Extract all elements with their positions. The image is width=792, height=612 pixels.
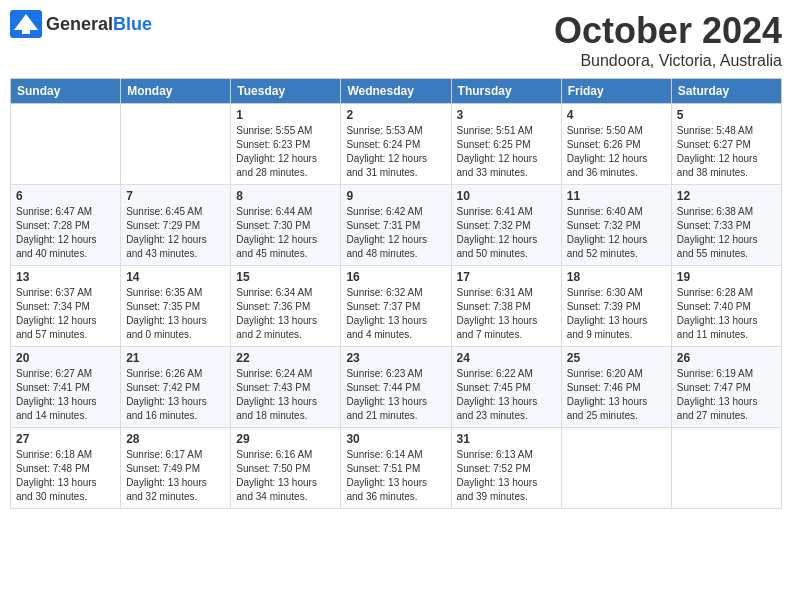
col-sunday: Sunday <box>11 79 121 104</box>
day-number: 31 <box>457 432 556 446</box>
cell-content: Sunrise: 6:34 AM Sunset: 7:36 PM Dayligh… <box>236 286 335 342</box>
svg-rect-2 <box>22 26 30 34</box>
calendar-cell: 9Sunrise: 6:42 AM Sunset: 7:31 PM Daylig… <box>341 185 451 266</box>
calendar-body: 1Sunrise: 5:55 AM Sunset: 6:23 PM Daylig… <box>11 104 782 509</box>
page-header: GeneralBlue October 2024 Bundoora, Victo… <box>10 10 782 70</box>
title-block: October 2024 Bundoora, Victoria, Austral… <box>554 10 782 70</box>
day-number: 6 <box>16 189 115 203</box>
cell-content: Sunrise: 6:42 AM Sunset: 7:31 PM Dayligh… <box>346 205 445 261</box>
cell-content: Sunrise: 6:31 AM Sunset: 7:38 PM Dayligh… <box>457 286 556 342</box>
calendar-cell: 7Sunrise: 6:45 AM Sunset: 7:29 PM Daylig… <box>121 185 231 266</box>
calendar-cell: 10Sunrise: 6:41 AM Sunset: 7:32 PM Dayli… <box>451 185 561 266</box>
col-saturday: Saturday <box>671 79 781 104</box>
cell-content: Sunrise: 5:53 AM Sunset: 6:24 PM Dayligh… <box>346 124 445 180</box>
cell-content: Sunrise: 6:38 AM Sunset: 7:33 PM Dayligh… <box>677 205 776 261</box>
calendar-cell: 30Sunrise: 6:14 AM Sunset: 7:51 PM Dayli… <box>341 428 451 509</box>
day-number: 28 <box>126 432 225 446</box>
day-number: 26 <box>677 351 776 365</box>
calendar-cell: 21Sunrise: 6:26 AM Sunset: 7:42 PM Dayli… <box>121 347 231 428</box>
calendar-cell <box>561 428 671 509</box>
logo-blue: Blue <box>113 14 152 34</box>
col-thursday: Thursday <box>451 79 561 104</box>
calendar-cell: 3Sunrise: 5:51 AM Sunset: 6:25 PM Daylig… <box>451 104 561 185</box>
day-number: 9 <box>346 189 445 203</box>
calendar-cell: 22Sunrise: 6:24 AM Sunset: 7:43 PM Dayli… <box>231 347 341 428</box>
day-number: 10 <box>457 189 556 203</box>
cell-content: Sunrise: 6:26 AM Sunset: 7:42 PM Dayligh… <box>126 367 225 423</box>
day-number: 11 <box>567 189 666 203</box>
calendar-cell: 12Sunrise: 6:38 AM Sunset: 7:33 PM Dayli… <box>671 185 781 266</box>
calendar-cell: 27Sunrise: 6:18 AM Sunset: 7:48 PM Dayli… <box>11 428 121 509</box>
day-number: 18 <box>567 270 666 284</box>
calendar-cell: 4Sunrise: 5:50 AM Sunset: 6:26 PM Daylig… <box>561 104 671 185</box>
calendar-cell <box>11 104 121 185</box>
cell-content: Sunrise: 5:50 AM Sunset: 6:26 PM Dayligh… <box>567 124 666 180</box>
calendar-cell: 6Sunrise: 6:47 AM Sunset: 7:28 PM Daylig… <box>11 185 121 266</box>
calendar-week-1: 1Sunrise: 5:55 AM Sunset: 6:23 PM Daylig… <box>11 104 782 185</box>
day-number: 15 <box>236 270 335 284</box>
day-number: 17 <box>457 270 556 284</box>
cell-content: Sunrise: 6:40 AM Sunset: 7:32 PM Dayligh… <box>567 205 666 261</box>
cell-content: Sunrise: 6:47 AM Sunset: 7:28 PM Dayligh… <box>16 205 115 261</box>
day-number: 12 <box>677 189 776 203</box>
day-number: 5 <box>677 108 776 122</box>
calendar-week-4: 20Sunrise: 6:27 AM Sunset: 7:41 PM Dayli… <box>11 347 782 428</box>
calendar-cell <box>121 104 231 185</box>
cell-content: Sunrise: 6:20 AM Sunset: 7:46 PM Dayligh… <box>567 367 666 423</box>
cell-content: Sunrise: 6:44 AM Sunset: 7:30 PM Dayligh… <box>236 205 335 261</box>
cell-content: Sunrise: 6:22 AM Sunset: 7:45 PM Dayligh… <box>457 367 556 423</box>
calendar-cell: 15Sunrise: 6:34 AM Sunset: 7:36 PM Dayli… <box>231 266 341 347</box>
calendar-cell: 29Sunrise: 6:16 AM Sunset: 7:50 PM Dayli… <box>231 428 341 509</box>
day-number: 21 <box>126 351 225 365</box>
day-number: 24 <box>457 351 556 365</box>
calendar-cell: 25Sunrise: 6:20 AM Sunset: 7:46 PM Dayli… <box>561 347 671 428</box>
col-friday: Friday <box>561 79 671 104</box>
calendar-week-2: 6Sunrise: 6:47 AM Sunset: 7:28 PM Daylig… <box>11 185 782 266</box>
cell-content: Sunrise: 6:37 AM Sunset: 7:34 PM Dayligh… <box>16 286 115 342</box>
calendar-cell: 14Sunrise: 6:35 AM Sunset: 7:35 PM Dayli… <box>121 266 231 347</box>
cell-content: Sunrise: 6:45 AM Sunset: 7:29 PM Dayligh… <box>126 205 225 261</box>
header-row: Sunday Monday Tuesday Wednesday Thursday… <box>11 79 782 104</box>
calendar-cell: 28Sunrise: 6:17 AM Sunset: 7:49 PM Dayli… <box>121 428 231 509</box>
day-number: 13 <box>16 270 115 284</box>
calendar-cell: 16Sunrise: 6:32 AM Sunset: 7:37 PM Dayli… <box>341 266 451 347</box>
day-number: 20 <box>16 351 115 365</box>
calendar-cell: 26Sunrise: 6:19 AM Sunset: 7:47 PM Dayli… <box>671 347 781 428</box>
col-wednesday: Wednesday <box>341 79 451 104</box>
logo: GeneralBlue <box>10 10 152 38</box>
calendar-cell: 31Sunrise: 6:13 AM Sunset: 7:52 PM Dayli… <box>451 428 561 509</box>
calendar-cell: 24Sunrise: 6:22 AM Sunset: 7:45 PM Dayli… <box>451 347 561 428</box>
calendar-cell: 2Sunrise: 5:53 AM Sunset: 6:24 PM Daylig… <box>341 104 451 185</box>
col-tuesday: Tuesday <box>231 79 341 104</box>
day-number: 7 <box>126 189 225 203</box>
location-title: Bundoora, Victoria, Australia <box>554 52 782 70</box>
day-number: 29 <box>236 432 335 446</box>
day-number: 14 <box>126 270 225 284</box>
calendar-cell: 11Sunrise: 6:40 AM Sunset: 7:32 PM Dayli… <box>561 185 671 266</box>
calendar-cell: 18Sunrise: 6:30 AM Sunset: 7:39 PM Dayli… <box>561 266 671 347</box>
day-number: 16 <box>346 270 445 284</box>
day-number: 8 <box>236 189 335 203</box>
calendar-cell: 17Sunrise: 6:31 AM Sunset: 7:38 PM Dayli… <box>451 266 561 347</box>
calendar-cell: 23Sunrise: 6:23 AM Sunset: 7:44 PM Dayli… <box>341 347 451 428</box>
logo-icon <box>10 10 42 38</box>
cell-content: Sunrise: 6:27 AM Sunset: 7:41 PM Dayligh… <box>16 367 115 423</box>
cell-content: Sunrise: 6:19 AM Sunset: 7:47 PM Dayligh… <box>677 367 776 423</box>
cell-content: Sunrise: 6:24 AM Sunset: 7:43 PM Dayligh… <box>236 367 335 423</box>
cell-content: Sunrise: 6:23 AM Sunset: 7:44 PM Dayligh… <box>346 367 445 423</box>
cell-content: Sunrise: 6:14 AM Sunset: 7:51 PM Dayligh… <box>346 448 445 504</box>
col-monday: Monday <box>121 79 231 104</box>
logo-text: GeneralBlue <box>46 14 152 35</box>
cell-content: Sunrise: 6:41 AM Sunset: 7:32 PM Dayligh… <box>457 205 556 261</box>
day-number: 25 <box>567 351 666 365</box>
calendar-week-5: 27Sunrise: 6:18 AM Sunset: 7:48 PM Dayli… <box>11 428 782 509</box>
cell-content: Sunrise: 6:18 AM Sunset: 7:48 PM Dayligh… <box>16 448 115 504</box>
day-number: 27 <box>16 432 115 446</box>
cell-content: Sunrise: 5:55 AM Sunset: 6:23 PM Dayligh… <box>236 124 335 180</box>
calendar-cell: 1Sunrise: 5:55 AM Sunset: 6:23 PM Daylig… <box>231 104 341 185</box>
cell-content: Sunrise: 6:28 AM Sunset: 7:40 PM Dayligh… <box>677 286 776 342</box>
day-number: 23 <box>346 351 445 365</box>
cell-content: Sunrise: 5:51 AM Sunset: 6:25 PM Dayligh… <box>457 124 556 180</box>
cell-content: Sunrise: 6:35 AM Sunset: 7:35 PM Dayligh… <box>126 286 225 342</box>
calendar-cell: 8Sunrise: 6:44 AM Sunset: 7:30 PM Daylig… <box>231 185 341 266</box>
